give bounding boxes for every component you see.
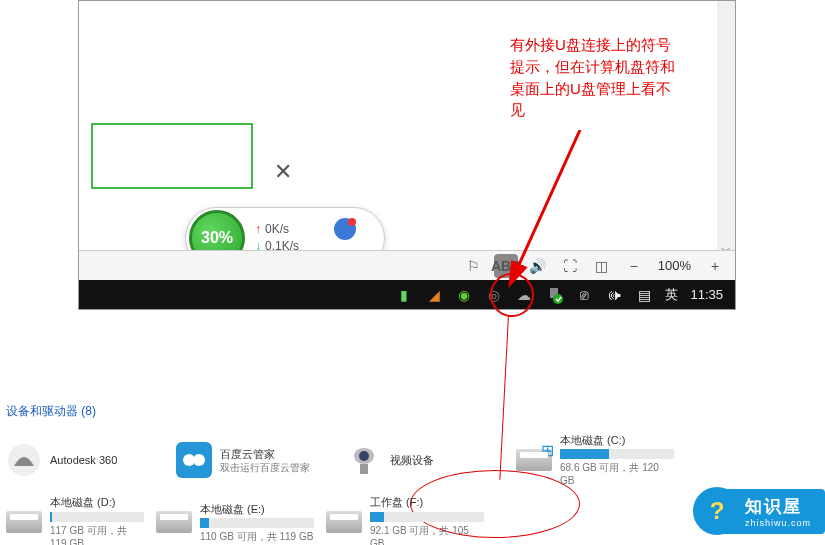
watermark-logo: ? 知识屋 zhishiwu.com bbox=[693, 487, 825, 535]
svg-point-8 bbox=[359, 451, 369, 461]
annotation-text: 有外接U盘连接上的符号提示，但在计算机盘符和桌面上的U盘管理上看不见 bbox=[510, 34, 680, 121]
devices-header[interactable]: 设备和驱动器 (8) bbox=[0, 400, 825, 423]
360-tray-icon[interactable]: ◉ bbox=[455, 286, 473, 304]
drive-e[interactable]: 本地磁盘 (E:)110 GB 可用，共 119 GB bbox=[150, 491, 320, 545]
svg-rect-9 bbox=[360, 464, 368, 474]
usb-eject-tray-icon[interactable] bbox=[545, 286, 563, 304]
drive-f[interactable]: 工作盘 (F:)92.1 GB 可用，共 105 GB bbox=[320, 491, 490, 545]
drive-sub: 68.6 GB 可用，共 120 GB bbox=[560, 461, 674, 487]
battery-tray-icon[interactable]: ▮ bbox=[395, 286, 413, 304]
fullscreen-icon[interactable]: ⛶ bbox=[558, 254, 582, 278]
display-tray-icon[interactable]: ⎚ bbox=[575, 286, 593, 304]
autodesk-icon bbox=[6, 442, 42, 478]
watermark-url: zhishiwu.com bbox=[745, 518, 811, 528]
drive-title: 本地磁盘 (E:) bbox=[200, 502, 314, 516]
device-title: 视频设备 bbox=[390, 453, 504, 467]
browser-status-bar: ⚐ ABP 🔊 ⛶ ◫ − 100% + bbox=[79, 250, 735, 280]
drive-icon bbox=[326, 504, 362, 540]
drive-sub: 117 GB 可用，共 119 GB bbox=[50, 524, 144, 545]
watermark-title: 知识屋 bbox=[745, 495, 811, 518]
watermark-icon: ? bbox=[693, 487, 741, 535]
upload-speed: 0K/s bbox=[255, 221, 299, 238]
cloud-tray-icon[interactable]: ☁ bbox=[515, 286, 533, 304]
zoom-in-button[interactable]: + bbox=[703, 254, 727, 278]
notification-badge-icon[interactable] bbox=[334, 218, 356, 240]
device-title: 百度云管家 bbox=[220, 447, 334, 461]
zoom-level: 100% bbox=[654, 258, 695, 273]
action-center-tray-icon[interactable]: ▤ bbox=[635, 286, 653, 304]
drive-sub: 92.1 GB 可用，共 105 GB bbox=[370, 524, 484, 545]
flag-icon[interactable]: ⚐ bbox=[462, 254, 486, 278]
drive-usage-bar bbox=[50, 512, 144, 522]
drive-usage-bar bbox=[560, 449, 674, 459]
device-autodesk[interactable]: Autodesk 360 bbox=[0, 429, 170, 491]
drive-usage-bar bbox=[200, 518, 314, 528]
svg-point-1 bbox=[553, 294, 563, 304]
svg-point-6 bbox=[193, 454, 205, 466]
drive-c[interactable]: ⊞ 本地磁盘 (C:)68.6 GB 可用，共 120 GB bbox=[510, 429, 680, 491]
drive-usage-bar bbox=[370, 512, 484, 522]
device-video[interactable]: 视频设备 bbox=[340, 429, 510, 491]
device-title: Autodesk 360 bbox=[50, 453, 164, 467]
device-sub: 双击运行百度云管家 bbox=[220, 461, 334, 474]
drive-icon: ⊞ bbox=[516, 442, 552, 478]
clock[interactable]: 11:35 bbox=[690, 287, 723, 302]
drive-d[interactable]: 本地磁盘 (D:)117 GB 可用，共 119 GB bbox=[0, 491, 150, 545]
drive-title: 工作盘 (F:) bbox=[370, 495, 484, 509]
drive-icon bbox=[6, 504, 42, 540]
zoom-out-button[interactable]: − bbox=[622, 254, 646, 278]
volume-icon[interactable]: 🔊 bbox=[526, 254, 550, 278]
speaker-tray-icon[interactable]: 🕪 bbox=[605, 286, 623, 304]
scrollbar[interactable]: ﹀ bbox=[717, 1, 735, 260]
panel-icon[interactable]: ◫ bbox=[590, 254, 614, 278]
wifi-tray-icon[interactable]: ◢ bbox=[425, 286, 443, 304]
ime-indicator[interactable]: 英 bbox=[665, 286, 678, 304]
green-highlight-box bbox=[91, 123, 253, 189]
browser-tray-icon[interactable]: ◎ bbox=[485, 286, 503, 304]
drive-title: 本地磁盘 (C:) bbox=[560, 433, 674, 447]
drive-icon bbox=[156, 504, 192, 540]
baidu-cloud-icon bbox=[176, 442, 212, 478]
windows-taskbar: ▮ ◢ ◉ ◎ ☁ ⎚ 🕪 ▤ 英 11:35 bbox=[79, 280, 735, 309]
drive-sub: 110 GB 可用，共 119 GB bbox=[200, 530, 314, 543]
device-baidu-cloud[interactable]: 百度云管家双击运行百度云管家 bbox=[170, 429, 340, 491]
camera-icon bbox=[346, 442, 382, 478]
adblock-icon[interactable]: ABP bbox=[494, 254, 518, 278]
drive-title: 本地磁盘 (D:) bbox=[50, 495, 144, 509]
close-icon[interactable]: ✕ bbox=[274, 159, 292, 185]
